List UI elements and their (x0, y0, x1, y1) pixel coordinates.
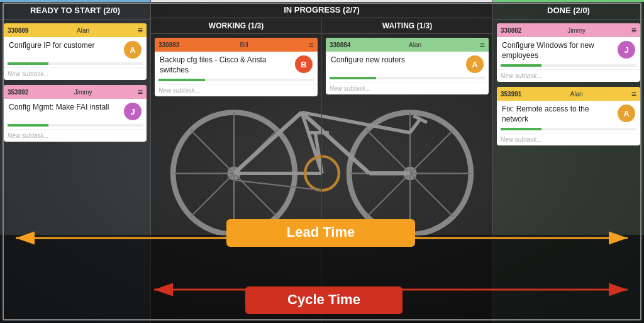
card-353991-header: 353991 Alan ≡ (497, 87, 640, 101)
card-353991-subtask[interactable]: New subtask... (497, 133, 640, 145)
card-330884-progress-bar (330, 77, 376, 79)
card-353991-title: Fix: Remote access to the network (502, 105, 614, 124)
card-353991-body: Fix: Remote access to the network A (497, 101, 640, 128)
done-cards: 330882 Jimmy ≡ Configure Windows for new… (493, 20, 644, 154)
in-progress-header: IN PROGRESS (2/7) (151, 0, 492, 18)
card-353992-progress (8, 124, 143, 127)
card-353992-assignee: Jimmy (74, 89, 92, 96)
card-330889-menu[interactable]: ≡ (138, 25, 143, 35)
board-container: READY TO START (2/0) 330889 Alan ≡ Confi… (0, 0, 644, 323)
card-330882-subtask[interactable]: New subtask... (497, 69, 640, 82)
ready-label: READY TO START (30, 6, 101, 15)
card-353992-body: Config Mgmt: Make FAI install J (4, 99, 147, 124)
card-353991-assignee: Alan (570, 91, 583, 98)
card-330883-title: Backup cfg files - Cisco & Arista switch… (160, 55, 291, 75)
in-progress-subheaders: WORKING (1/3) WAITING (1/3) (151, 18, 492, 34)
card-330884-body: Configure new routers A (326, 52, 489, 77)
card-353992[interactable]: 353992 Jimmy ≡ Config Mgmt: Make FAI ins… (4, 85, 147, 142)
card-330882-body: Configure Windows for new employees J (497, 37, 640, 64)
card-353992-menu[interactable]: ≡ (138, 87, 143, 97)
card-330882-menu[interactable]: ≡ (631, 25, 636, 35)
card-330883-progress (158, 79, 314, 81)
card-330889-title: Configure IP for customer (9, 41, 120, 51)
ready-header: READY TO START (2/0) (0, 0, 150, 20)
card-330883-menu[interactable]: ≡ (309, 40, 314, 50)
card-330882-title: Configure Windows for new employees (502, 41, 614, 60)
card-330889[interactable]: 330889 Alan ≡ Configure IP for customer … (4, 23, 147, 80)
card-330882[interactable]: 330882 Jimmy ≡ Configure Windows for new… (497, 23, 640, 82)
ready-count: (2/0) (103, 6, 120, 15)
in-progress-count: (2/7) (343, 5, 360, 14)
card-330889-header: 330889 Alan ≡ (4, 23, 147, 37)
card-330882-id: 330882 (501, 27, 521, 34)
card-353992-title: Config Mgmt: Make FAI install (9, 103, 120, 113)
card-330884-avatar: A (466, 55, 484, 73)
working-label: WORKING (209, 21, 246, 30)
card-330883-assignee: Bill (240, 42, 248, 48)
done-count: (2/0) (573, 6, 590, 15)
card-330882-avatar: J (618, 41, 635, 59)
card-353992-subtask[interactable]: New subtask... (4, 129, 147, 142)
card-330889-id: 330889 (8, 27, 28, 34)
waiting-subheader: WAITING (1/3) (322, 18, 492, 33)
card-330883-avatar: B (295, 55, 313, 73)
card-330883-subtask[interactable]: New subtask... (155, 84, 318, 96)
card-330882-header: 330882 Jimmy ≡ (497, 23, 640, 37)
card-330884-assignee: Alan (409, 42, 421, 48)
card-330884-menu[interactable]: ≡ (480, 40, 485, 50)
card-330889-body: Configure IP for customer A (4, 37, 147, 62)
card-330889-subtask[interactable]: New subtask... (4, 67, 147, 80)
waiting-count: (1/3) (416, 21, 432, 30)
card-353991-id: 353991 (501, 91, 521, 98)
done-label: DONE (547, 6, 571, 15)
card-330883[interactable]: 330883 Bill ≡ Backup cfg files - Cisco &… (155, 38, 318, 96)
card-330882-assignee: Jimmy (567, 27, 586, 34)
card-353992-progress-bar (8, 124, 48, 127)
card-353991-progress (501, 128, 636, 130)
bottom-overlay (0, 235, 644, 323)
card-330883-id: 330883 (158, 42, 179, 48)
card-330883-header: 330883 Bill ≡ (155, 38, 318, 52)
done-header: DONE (2/0) (493, 0, 644, 20)
card-330884[interactable]: 330884 Alan ≡ Configure new routers A Ne… (326, 38, 489, 94)
waiting-label: WAITING (382, 21, 414, 30)
card-330889-avatar: A (124, 41, 142, 59)
working-count: (1/3) (248, 21, 264, 30)
card-353992-id: 353992 (8, 89, 28, 96)
card-353991-progress-bar (501, 128, 541, 130)
card-330884-id: 330884 (330, 42, 350, 48)
card-330884-progress (330, 77, 485, 79)
card-330884-subtask[interactable]: New subtask... (326, 82, 489, 94)
card-353992-avatar: J (124, 103, 142, 120)
card-353992-header: 353992 Jimmy ≡ (4, 85, 147, 99)
card-330889-progress-bar (8, 62, 48, 65)
working-subheader: WORKING (1/3) (151, 18, 322, 33)
card-330889-progress (8, 62, 143, 65)
ready-cards: 330889 Alan ≡ Configure IP for customer … (0, 20, 150, 150)
card-330883-body: Backup cfg files - Cisco & Arista switch… (155, 52, 318, 79)
card-330884-title: Configure new routers (331, 55, 462, 65)
card-353991-menu[interactable]: ≡ (631, 89, 636, 99)
card-330889-assignee: Alan (77, 27, 89, 34)
card-330882-progress-bar (501, 64, 541, 67)
card-330882-progress (501, 64, 636, 67)
card-330884-header: 330884 Alan ≡ (326, 38, 489, 52)
card-353991-avatar: A (618, 105, 635, 122)
in-progress-label: IN PROGRESS (284, 5, 340, 14)
card-353991[interactable]: 353991 Alan ≡ Fix: Remote access to the … (497, 87, 640, 145)
card-330883-progress-bar (158, 79, 205, 81)
